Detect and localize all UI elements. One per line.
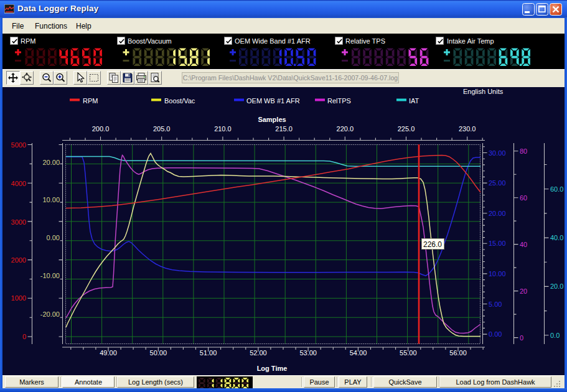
svg-text:0: 0 xyxy=(520,334,523,342)
svg-text:10.00: 10.00 xyxy=(42,196,60,203)
svg-text:40: 40 xyxy=(520,241,527,248)
svg-text:10.00: 10.00 xyxy=(489,270,506,278)
svg-text:Samples: Samples xyxy=(258,116,286,123)
svg-text:RPM: RPM xyxy=(83,97,98,105)
svg-text:25.00: 25.00 xyxy=(489,179,506,187)
svg-text:0.0: 0.0 xyxy=(550,332,560,339)
svg-text:40.0: 40.0 xyxy=(550,234,563,241)
svg-text:225.0: 225.0 xyxy=(398,125,415,133)
svg-text:49.00: 49.00 xyxy=(100,349,117,357)
svg-text:230.0: 230.0 xyxy=(459,125,476,133)
svg-text:200.0: 200.0 xyxy=(92,125,110,133)
svg-text:0.00: 0.00 xyxy=(489,330,502,338)
svg-text:1000: 1000 xyxy=(11,294,26,302)
svg-text:53.00: 53.00 xyxy=(299,349,317,357)
svg-text:RelTPS: RelTPS xyxy=(327,97,351,105)
svg-text:205.0: 205.0 xyxy=(153,125,171,133)
svg-text:56.00: 56.00 xyxy=(449,349,467,357)
svg-text:Boost/Vac: Boost/Vac xyxy=(164,97,195,105)
svg-text:55.00: 55.00 xyxy=(400,349,417,357)
svg-text:3000: 3000 xyxy=(11,218,26,226)
svg-text:215.0: 215.0 xyxy=(275,125,293,133)
svg-text:15.00: 15.00 xyxy=(489,240,506,247)
svg-text:220.0: 220.0 xyxy=(337,125,354,133)
svg-text:2000: 2000 xyxy=(11,256,26,264)
svg-text:52.00: 52.00 xyxy=(250,349,267,357)
svg-text:4000: 4000 xyxy=(11,180,26,187)
svg-text:20.00: 20.00 xyxy=(489,210,506,217)
svg-text:80: 80 xyxy=(520,147,527,155)
svg-text:30.00: 30.00 xyxy=(489,149,506,157)
svg-text:226.0: 226.0 xyxy=(423,240,442,249)
svg-text:-10.00: -10.00 xyxy=(40,272,60,279)
svg-text:5000: 5000 xyxy=(11,141,26,149)
svg-text:20: 20 xyxy=(520,287,527,295)
svg-text:20.00: 20.00 xyxy=(42,159,60,166)
svg-text:-20.00: -20.00 xyxy=(40,310,60,318)
svg-text:5.00: 5.00 xyxy=(489,301,502,308)
svg-text:60: 60 xyxy=(520,194,527,202)
svg-text:54.00: 54.00 xyxy=(350,349,367,357)
svg-text:0.00: 0.00 xyxy=(47,234,60,241)
svg-text:OEM WB #1 AFR: OEM WB #1 AFR xyxy=(246,97,300,105)
svg-text:Log Time: Log Time xyxy=(257,365,288,372)
svg-text:20.0: 20.0 xyxy=(550,282,563,290)
svg-text:51.00: 51.00 xyxy=(200,349,217,357)
svg-text:210.0: 210.0 xyxy=(214,125,232,133)
svg-text:60.0: 60.0 xyxy=(550,185,563,193)
svg-text:English Units: English Units xyxy=(463,88,504,95)
svg-text:0: 0 xyxy=(22,333,26,340)
svg-text:50.00: 50.00 xyxy=(150,349,167,357)
svg-text:IAT: IAT xyxy=(409,97,419,105)
